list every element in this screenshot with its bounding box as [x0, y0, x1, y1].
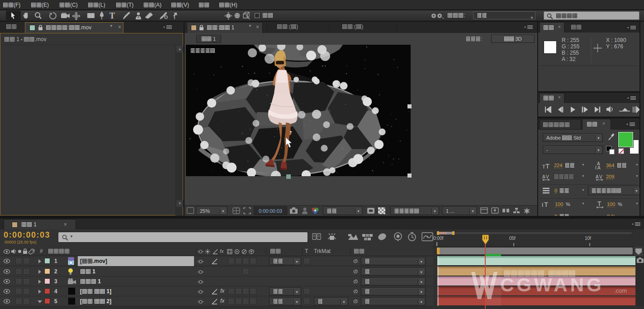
svg-text:A: A	[542, 174, 545, 179]
svg-text:V: V	[546, 174, 549, 179]
svg-text:T: T	[544, 201, 548, 208]
svg-text:T: T	[542, 164, 545, 169]
svg-text:A: A	[596, 174, 599, 179]
svg-text:V: V	[599, 174, 602, 179]
svg-text:T: T	[597, 201, 601, 207]
svg-text:I: I	[595, 165, 597, 170]
svg-text:I: I	[542, 202, 543, 208]
svg-text:T: T	[545, 162, 549, 169]
svg-text:A: A	[597, 165, 601, 170]
